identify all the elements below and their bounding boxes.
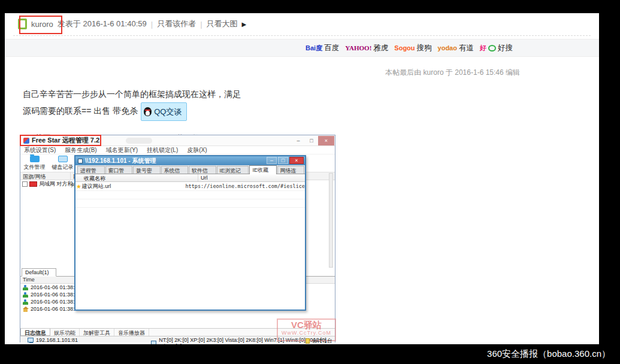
column-url[interactable]: Url <box>198 174 305 181</box>
engine-sogou[interactable]: Sogou 搜狗 <box>394 43 431 53</box>
screenshot-main-window: Free Star 远程管理 7.2 – □ × 系统设置(S) 服务生成(B)… <box>20 135 335 342</box>
tab-ie-history[interactable]: IE浏览记录 <box>217 166 249 174</box>
minimize-button[interactable]: – <box>292 136 305 145</box>
engine-label: 雅虎 <box>373 43 388 53</box>
menu-domain-update[interactable]: 域名更新(Y) <box>106 146 138 154</box>
engine-yodao[interactable]: yodao 有道 <box>438 43 474 53</box>
edit-note: 本帖最后由 kuroro 于 2016-1-6 15:46 编辑 <box>385 68 520 78</box>
qq-penguin-icon <box>144 107 152 116</box>
engine-label: 搜狗 <box>417 43 432 53</box>
engine-label: 好搜 <box>498 43 513 53</box>
menu-skin[interactable]: 皮肤(X) <box>187 146 207 154</box>
main-menubar: 系统设置(S) 服务生成(B) 域名更新(Y) 挂机锁定(L) 皮肤(X) <box>20 146 335 154</box>
view-image-link[interactable]: 只看大图 <box>207 19 238 29</box>
search-engine-bar: Bai度 百度 YAHOO! 雅虎 Sogou 搜狗 yodao 有道 好 好搜 <box>5 39 599 57</box>
child-window-titlebar[interactable]: \\192.168.1.101 - 系统管理 – □ × <box>75 156 305 165</box>
child-window-title: \\192.168.1.101 - 系统管理 <box>85 157 156 165</box>
home-event-icon <box>23 307 28 312</box>
host-checkbox[interactable] <box>22 181 28 187</box>
table-grid-line <box>75 190 305 191</box>
online-host-icon <box>23 292 28 298</box>
post-body: 自己辛辛苦苦一步步从一个简单的框架搞成现在这样，满足 源码需要的联系== 出售 … <box>23 86 241 121</box>
menu-lock[interactable]: 挂机锁定(L) <box>147 146 178 154</box>
main-window-titlebar: Free Star 远程管理 7.2 – □ × <box>20 135 335 146</box>
note-icon <box>306 338 310 344</box>
keyboard-icon <box>58 156 68 162</box>
tab-fun[interactable]: 娱乐功能 <box>50 329 80 336</box>
favorite-star-icon: ★ <box>75 183 82 190</box>
child-window-icon <box>78 159 83 163</box>
total-hosts: 合计:1台 <box>306 337 332 345</box>
view-author-link[interactable]: 只看该作者 <box>157 19 196 29</box>
annotation-box-author <box>19 16 62 34</box>
close-button[interactable]: × <box>318 136 334 145</box>
engine-label: 有道 <box>459 43 474 53</box>
favorites-table-header: 收藏名称 Url <box>75 174 305 182</box>
site-footer: 360安全播报（bobao.360.cn） <box>0 344 620 364</box>
online-host-icon <box>23 299 28 305</box>
tab-music-player[interactable]: 音乐播放器 <box>114 329 149 336</box>
maximize-button[interactable]: □ <box>305 136 318 145</box>
post-divider <box>13 35 591 36</box>
system-manage-tabs: 进程管理 窗口管理 拨号密码 系统信息 软件信息 IE浏览记录 IE收藏夹 网络… <box>75 165 305 174</box>
folder-icon <box>30 156 40 162</box>
bottom-tab-bar: 日志信息 娱乐功能 加解密工具 音乐播放器 <box>20 328 335 336</box>
haosou-logo-icon: 好 <box>480 44 486 53</box>
listen-address: 192.168.1.101:81 <box>28 337 78 343</box>
child-window-controls: – □ × <box>267 157 304 164</box>
tab-process-manager[interactable]: 进程管理 <box>77 166 105 174</box>
engine-haosou[interactable]: 好 好搜 <box>480 43 513 53</box>
favorite-row[interactable]: ★ 建议网站.url https://ieonline.microsoft.co… <box>75 182 305 190</box>
tab-software-info[interactable]: 软件信息 <box>189 166 216 174</box>
column-flag-network[interactable]: 国旗/网络 <box>20 172 71 180</box>
toolbar-keylogger[interactable]: 键盘记录 <box>49 154 77 172</box>
post-time-text: 发表于 2016-1-6 01:40:59 <box>58 19 147 29</box>
tab-window-manager[interactable]: 窗口管理 <box>105 166 133 174</box>
computer-icon <box>28 338 34 342</box>
header-separator: | <box>151 20 153 29</box>
search-engine-links: Bai度 百度 YAHOO! 雅虎 Sogou 搜狗 yodao 有道 好 好搜 <box>306 40 513 56</box>
status-bar: 192.168.1.101:81 NT:[0] 2K:[0] XP:[0] 2K… <box>20 336 335 342</box>
yodao-logo-icon: yodao <box>438 44 457 51</box>
main-window-controls: – □ × <box>292 136 334 145</box>
maximize-button[interactable]: □ <box>278 157 288 164</box>
tab-network-connections[interactable]: 网络连接 <box>277 166 305 174</box>
minimize-button[interactable]: – <box>267 157 277 164</box>
system-manage-window: \\192.168.1.101 - 系统管理 – □ × 进程管理 窗口管理 拨… <box>74 155 306 311</box>
flag-icon <box>29 181 37 187</box>
tab-system-info[interactable]: 系统信息 <box>161 166 189 174</box>
engine-yahoo[interactable]: YAHOO! 雅虎 <box>345 43 388 53</box>
tab-ie-favorites[interactable]: IE收藏夹 <box>249 165 276 174</box>
group-tab-default[interactable]: Default(1) <box>22 268 56 277</box>
table-grid-line <box>75 199 305 199</box>
qq-chat-button[interactable]: QQ交谈 <box>141 102 187 121</box>
tab-dialup-passwords[interactable]: 拨号密码 <box>133 166 161 174</box>
site-brand: 360安全播报（bobao.360.cn） <box>487 348 610 360</box>
body-line-1: 自己辛辛苦苦一步步从一个简单的框架搞成现在这样，满足 <box>23 86 241 102</box>
sogou-logo-icon: Sogou <box>394 44 415 51</box>
menu-system-settings[interactable]: 系统设置(S) <box>24 146 56 154</box>
tab-log-info[interactable]: 日志信息 <box>20 329 50 336</box>
table-grid-line <box>75 207 305 208</box>
online-host-icon <box>23 285 28 290</box>
tab-crypto-tools[interactable]: 加解密工具 <box>80 329 114 336</box>
close-button[interactable]: × <box>289 157 304 164</box>
host-list-scrollbar[interactable] <box>329 173 333 268</box>
forum-post-panel: kuroro 发表于 2016-1-6 01:40:59 | 只看该作者 | 只… <box>5 13 599 344</box>
haosou-ring-icon <box>488 45 496 51</box>
redacted-blob <box>126 138 152 144</box>
collapse-arrow-icon[interactable]: ▶ <box>242 21 247 28</box>
column-favorite-name[interactable]: 收藏名称 <box>75 174 198 181</box>
header-separator: | <box>200 20 202 29</box>
annotation-box-title <box>20 135 101 146</box>
menu-build-service[interactable]: 服务生成(B) <box>65 146 96 154</box>
engine-label: 百度 <box>324 43 339 53</box>
toolbar-file-manager[interactable]: 文件管理 <box>20 154 49 172</box>
baidu-logo-icon: Bai度 <box>306 44 322 53</box>
yahoo-logo-icon: YAHOO! <box>345 44 371 51</box>
engine-baidu[interactable]: Bai度 百度 <box>306 43 339 53</box>
body-line-2: 源码需要的联系== 出售 带免杀QQ交谈 <box>23 102 241 121</box>
